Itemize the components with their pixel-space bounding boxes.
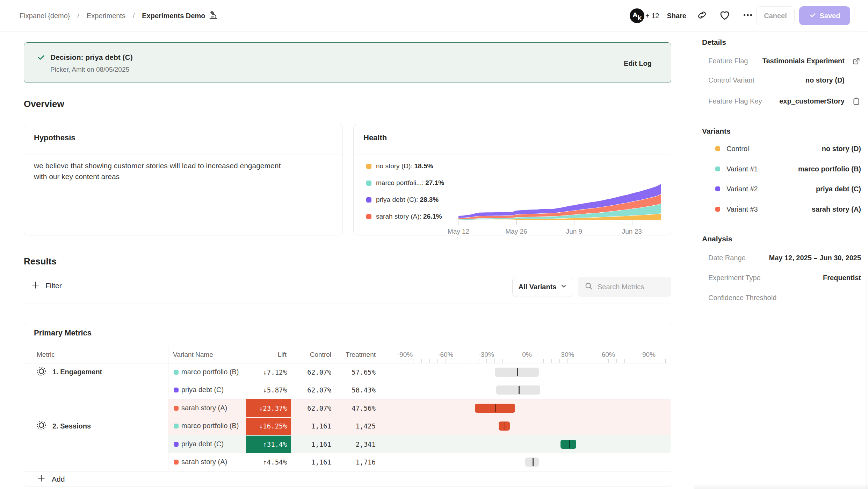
treatment-value: 58.43%	[331, 386, 376, 394]
cancel-button[interactable]: Cancel	[756, 6, 795, 25]
favorite-button[interactable]	[719, 9, 731, 22]
ruler-tick	[535, 359, 535, 363]
zero-axis-line	[527, 363, 527, 486]
row-divider	[168, 381, 671, 381]
row-label: Experiment Type	[708, 274, 761, 282]
x-tick-label: Jun 23	[622, 228, 642, 235]
metric-cell: 1. Engagement	[37, 363, 102, 381]
legend-item: sarah story (A): 26.1%	[366, 213, 442, 220]
ruler-tick	[592, 359, 592, 363]
divider	[24, 155, 342, 155]
x-tick	[458, 220, 459, 225]
salmon-swatch	[366, 214, 371, 219]
filter-label: Filter	[45, 282, 62, 290]
avatar[interactable]: A k	[630, 8, 644, 23]
analysis-row: Confidence Threshold	[708, 294, 861, 304]
variant-color-dot	[715, 166, 720, 171]
breadcrumb-project[interactable]: Fixpanel {demo}	[20, 12, 70, 20]
row-divider	[168, 435, 671, 435]
row-value: Testimonials Experiment	[762, 57, 845, 65]
scrollbar[interactable]	[867, 276, 867, 489]
search-metrics-input[interactable]	[598, 283, 664, 291]
ruler-tick	[584, 359, 584, 363]
legend-value: 28.3%	[420, 196, 439, 204]
plus-icon	[31, 281, 40, 291]
variant-label: Variant #1	[726, 165, 758, 173]
metric-name: 1. Engagement	[52, 368, 102, 376]
ruler-tick	[633, 359, 633, 363]
x-tick	[574, 220, 575, 225]
control-value: 1,161	[291, 458, 331, 466]
control-value: 1,161	[291, 422, 331, 430]
yellow-swatch	[366, 164, 371, 169]
control-value: 62.07%	[291, 386, 331, 394]
row-divider	[168, 453, 671, 453]
row-value: no story (D)	[822, 145, 861, 153]
top-bar: Fixpanel {demo} / Experiments / Experime…	[0, 0, 868, 31]
hypothesis-text[interactable]: we believe that showing customer stories…	[34, 160, 294, 182]
legend-value: 27.1%	[425, 179, 444, 187]
x-tick	[516, 220, 517, 225]
variant-color-dot	[174, 442, 179, 447]
legend-label: priya debt (C):	[376, 196, 418, 204]
share-button[interactable]: Share	[667, 12, 686, 20]
divider	[24, 304, 671, 304]
row-value: priya debt (C)	[816, 185, 861, 193]
ruler-tick	[429, 359, 430, 363]
plus-icon	[37, 474, 46, 484]
control-value: 62.07%	[291, 404, 331, 412]
row-value: May 12, 2025 – Jun 30, 2025	[769, 254, 861, 262]
variants-dropdown[interactable]: All Variants	[512, 277, 573, 297]
variant-color-dot	[715, 207, 720, 212]
legend-item: no story (D): 18.5%	[366, 162, 433, 170]
search-icon	[578, 282, 593, 292]
health-title: Health	[363, 133, 387, 142]
hypothesis-card: Hypothesis we believe that showing custo…	[24, 124, 343, 235]
add-filter-button[interactable]: Filter	[31, 280, 62, 292]
divider	[24, 471, 671, 472]
breadcrumb-separator: /	[78, 12, 79, 20]
collaborator-count[interactable]: + 12	[645, 12, 659, 20]
divider	[354, 155, 671, 155]
ruler-tick	[616, 359, 617, 363]
x-tick	[632, 220, 632, 225]
variant-name: marco portfolio (B)	[181, 368, 239, 376]
breadcrumb-experiments[interactable]: Experiments	[87, 12, 125, 20]
ruler-tick	[657, 359, 657, 363]
more-options-button[interactable]	[743, 10, 753, 22]
decision-title: Decision: priya debt (C)	[50, 53, 133, 62]
confidence-marker	[505, 422, 506, 430]
variant-row: Controlno story (D)	[708, 145, 861, 155]
row-label: Feature Flag Key	[708, 97, 762, 105]
row-label: Control Variant	[708, 76, 754, 84]
metric-icon	[37, 420, 46, 432]
add-label: Add	[52, 475, 65, 483]
row-value: no story (D)	[805, 76, 845, 84]
variant-color-dot	[715, 186, 720, 191]
variant-name: sarah story (A)	[181, 404, 227, 412]
breadcrumb-separator: /	[133, 12, 135, 20]
add-metric-button[interactable]: Add	[24, 471, 671, 487]
x-tick-label: May 12	[448, 228, 469, 235]
table-body: 1. Engagementmarco portfolio (B)↓7.12%62…	[24, 363, 671, 472]
copy-icon[interactable]	[852, 97, 861, 107]
saved-button[interactable]: Saved	[799, 6, 850, 25]
edit-log-button[interactable]: Edit Log	[624, 59, 652, 68]
row-label: Feature Flag	[708, 57, 748, 65]
row-value: Frequentist	[823, 274, 861, 282]
external-link-icon[interactable]	[852, 56, 861, 67]
lift-badge: ↓23.37%	[246, 399, 291, 417]
ruler-tick	[478, 359, 478, 363]
variant-color-dot	[174, 406, 179, 411]
legend-item: marco portfoli...: 27.1%	[366, 179, 444, 187]
row-value: marco portfolio (B)	[798, 165, 861, 173]
health-card: Health no story (D): 18.5%marco portfoli…	[353, 124, 671, 235]
variant-color-dot	[174, 388, 179, 392]
copy-link-button[interactable]	[697, 10, 707, 22]
hypothesis-title: Hypothesis	[34, 133, 75, 142]
confidence-marker	[495, 404, 496, 412]
check-icon	[37, 53, 46, 63]
metric-icon	[37, 367, 46, 378]
variant-label: Control	[726, 145, 749, 153]
ruler-tick	[494, 359, 495, 363]
